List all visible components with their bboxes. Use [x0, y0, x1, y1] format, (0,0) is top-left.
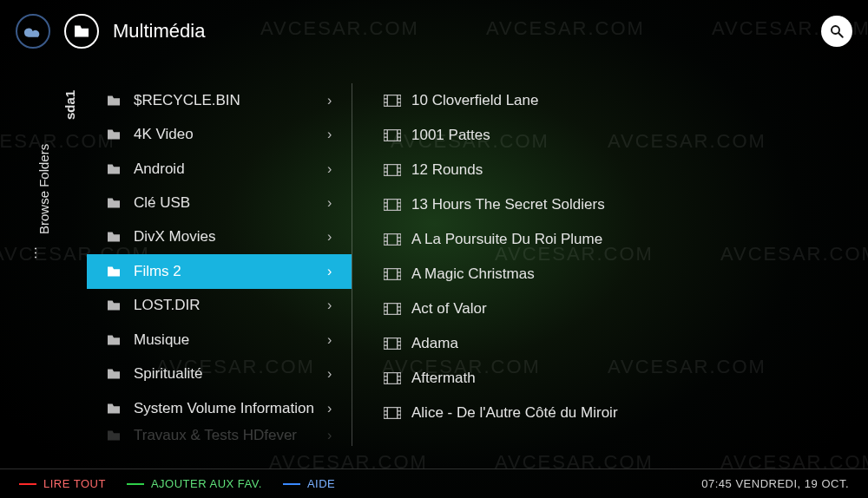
chevron-right-icon: › [327, 428, 341, 443]
film-icon [384, 337, 403, 350]
folder-label: DivX Movies [125, 228, 327, 246]
folder-row[interactable]: Musique› [87, 323, 352, 357]
folder-row[interactable]: 4K Video› [87, 117, 352, 151]
file-label: Aftermath [403, 370, 858, 387]
legend-blue-label: AIDE [307, 477, 335, 490]
folder-icon [106, 163, 125, 175]
header-bar: Multimédia [16, 12, 852, 50]
browser-columns: $RECYCLE.BIN›4K Video›Android›Clé USB›Di… [87, 83, 868, 446]
chevron-right-icon: › [327, 93, 341, 108]
file-row[interactable]: A La Poursuite Du Roi Plume [365, 222, 868, 257]
file-label: A Magic Christmas [403, 265, 858, 283]
film-icon [384, 268, 403, 280]
folder-icon [106, 429, 125, 442]
cloud-button[interactable] [16, 14, 50, 49]
file-label: Alice - De l'Autre Côté du Miroir [403, 404, 858, 422]
search-icon [829, 23, 845, 39]
film-icon [384, 303, 403, 315]
legend-green[interactable]: AJOUTER AUX FAV. [127, 477, 262, 490]
file-row[interactable]: Act of Valor [365, 292, 868, 326]
folder-row[interactable]: Clé USB› [87, 186, 352, 220]
footer-bar: LIRE TOUT AJOUTER AUX FAV. AIDE 07:45 VE… [0, 469, 868, 498]
legend-blue[interactable]: AIDE [283, 477, 335, 490]
svg-rect-9 [384, 130, 401, 141]
folder-row[interactable]: Spiritualité› [87, 357, 352, 391]
file-label: 12 Rounds [403, 161, 858, 179]
film-icon [384, 164, 403, 176]
chevron-right-icon: › [327, 195, 341, 211]
svg-rect-44 [384, 304, 401, 315]
folder-label: Travaux & Tests HDfever [125, 427, 327, 444]
folder-row[interactable]: LOST.DIR› [87, 289, 352, 323]
file-row[interactable]: 13 Hours The Secret Soldiers [365, 187, 868, 222]
file-label: Adama [403, 335, 858, 352]
svg-rect-2 [384, 95, 401, 107]
file-label: Act of Valor [403, 300, 858, 318]
legend-red[interactable]: LIRE TOUT [19, 477, 106, 490]
chevron-right-icon: › [327, 401, 341, 416]
film-icon [384, 372, 403, 384]
folder-row[interactable]: DivX Movies› [87, 220, 352, 254]
file-row[interactable]: 1001 Pattes [365, 118, 868, 153]
folder-icon [106, 403, 125, 415]
search-button[interactable] [821, 16, 852, 47]
folder-label: Spiritualité [125, 365, 327, 383]
folder-label: LOST.DIR [125, 297, 327, 314]
folder-row[interactable]: System Volume Information› [87, 391, 352, 425]
svg-rect-51 [384, 338, 401, 350]
folder-column: $RECYCLE.BIN›4K Video›Android›Clé USB›Di… [87, 83, 352, 446]
folder-icon [73, 24, 90, 38]
film-icon [384, 407, 403, 419]
folder-row[interactable]: $RECYCLE.BIN› [87, 83, 352, 117]
folder-icon [106, 231, 125, 243]
film-icon [384, 233, 403, 246]
folder-row[interactable]: Travaux & Tests HDfever› [87, 425, 352, 446]
file-row[interactable]: Aftermath [365, 361, 868, 396]
file-row[interactable]: Alice - De l'Autre Côté du Miroir [365, 396, 868, 430]
folder-button[interactable] [64, 14, 99, 49]
file-label: 1001 Pattes [403, 127, 858, 144]
file-column: 10 Cloverfield Lane1001 Pattes12 Rounds1… [352, 83, 868, 446]
breadcrumb-root[interactable]: Browse Folders [36, 144, 51, 234]
folder-label: Films 2 [125, 263, 327, 280]
folder-label: Android [125, 161, 327, 178]
chevron-right-icon: › [327, 332, 341, 348]
file-label: 10 Cloverfield Lane [403, 92, 858, 109]
svg-rect-16 [384, 165, 401, 176]
svg-rect-23 [384, 200, 401, 211]
clock-label: 07:45 VENDREDI, 19 OCT. [701, 477, 849, 490]
breadcrumb-ellipsis[interactable]: ⋯ [27, 246, 43, 259]
folder-label: $RECYCLE.BIN [125, 92, 327, 109]
svg-line-1 [838, 33, 843, 37]
folder-icon [106, 95, 125, 107]
svg-rect-65 [384, 408, 401, 419]
file-row[interactable]: A Magic Christmas [365, 257, 868, 292]
file-row[interactable]: Adama [365, 326, 868, 361]
folder-icon [106, 128, 125, 141]
folder-label: Musique [125, 331, 327, 349]
folder-icon [106, 334, 125, 346]
folder-label: System Volume Information [125, 400, 327, 417]
file-label: A La Poursuite Du Roi Plume [403, 231, 858, 248]
file-row[interactable]: 12 Rounds [365, 153, 868, 187]
svg-rect-37 [384, 269, 401, 280]
chevron-right-icon: › [327, 264, 341, 279]
page-title: Multimédia [113, 20, 205, 43]
folder-icon [106, 299, 125, 311]
folder-row[interactable]: Android› [87, 152, 352, 186]
breadcrumb-device[interactable]: sda1 [62, 90, 77, 120]
chevron-right-icon: › [327, 161, 341, 177]
chevron-right-icon: › [327, 127, 341, 142]
file-row[interactable]: 10 Cloverfield Lane [365, 83, 868, 118]
film-icon [384, 129, 403, 141]
chevron-right-icon: › [327, 229, 341, 245]
svg-rect-58 [384, 373, 401, 384]
svg-rect-30 [384, 234, 401, 246]
folder-icon [106, 368, 125, 380]
folder-row[interactable]: Films 2› [87, 254, 352, 288]
legend-red-label: LIRE TOUT [43, 477, 106, 490]
file-label: 13 Hours The Secret Soldiers [403, 196, 858, 213]
chevron-right-icon: › [327, 366, 341, 382]
folder-icon [106, 265, 125, 278]
folder-label: 4K Video [125, 126, 327, 143]
